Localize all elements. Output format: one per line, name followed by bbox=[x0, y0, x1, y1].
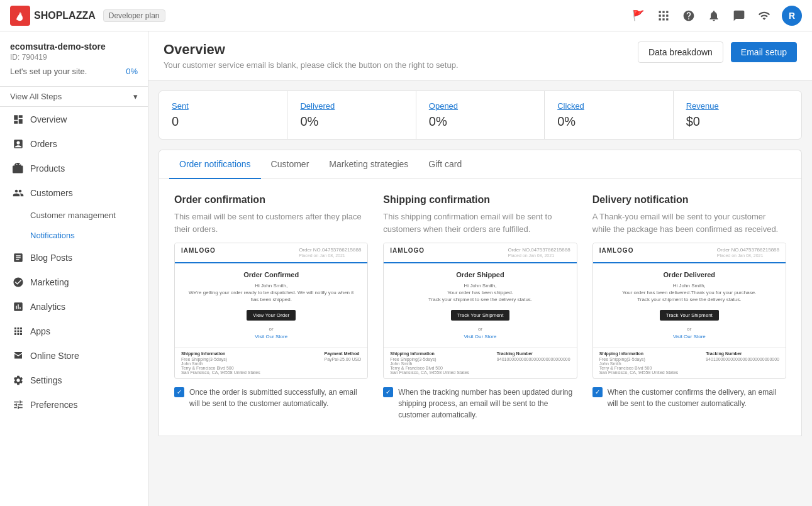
email-preview-order-confirmation[interactable]: IAMLOGO Order NO.04753786215888Placed on… bbox=[174, 243, 368, 379]
sidebar-item-overview[interactable]: Overview bbox=[3, 107, 145, 131]
stat-label-opened[interactable]: Opened bbox=[429, 101, 531, 111]
stat-label-clicked[interactable]: Clicked bbox=[557, 101, 660, 111]
checkbox-order-confirmation[interactable]: ✓ bbox=[174, 387, 184, 397]
sidebar-item-online-store[interactable]: Online Store bbox=[3, 344, 145, 368]
marketing-icon bbox=[13, 277, 24, 288]
grid-icon[interactable] bbox=[656, 8, 671, 23]
checkbox-delivery-notification[interactable]: ✓ bbox=[592, 387, 603, 397]
chat-icon[interactable] bbox=[731, 8, 747, 23]
email-setup-button[interactable]: Email setup bbox=[731, 42, 797, 62]
stat-delivered: Delivered 0% bbox=[287, 91, 416, 139]
sidebar-item-customer-management[interactable]: Customer management bbox=[3, 206, 145, 225]
cards-grid: Order confirmation This email will be se… bbox=[174, 194, 786, 421]
checkbox-text-3: When the customer confirms the delivery,… bbox=[608, 387, 786, 409]
checkbox-row-2: ✓ When the tracking number has been upda… bbox=[383, 387, 577, 421]
checkbox-row-1: ✓ Once the order is submitted successful… bbox=[174, 387, 368, 409]
logo-icon bbox=[10, 6, 30, 26]
tab-order-notifications[interactable]: Order notifications bbox=[169, 150, 261, 179]
page-title: Overview bbox=[164, 41, 459, 58]
preferences-icon bbox=[13, 399, 24, 410]
checkbox-text-1: Once the order is submitted successfully… bbox=[189, 387, 368, 409]
email-preview-delivery-notification[interactable]: IAMLOGO Order NO.04753786215888Placed on… bbox=[592, 243, 786, 379]
avatar[interactable]: R bbox=[782, 6, 802, 26]
sidebar-item-label-preferences: Preferences bbox=[30, 400, 77, 410]
stats-row: Sent 0 Delivered 0% Opened 0% Clicked 0%… bbox=[159, 91, 802, 140]
flag-icon[interactable]: 🚩 bbox=[631, 8, 646, 23]
data-breakdown-button[interactable]: Data breakdown bbox=[638, 41, 723, 63]
tabs: Order notifications Customer Marketing s… bbox=[159, 150, 801, 179]
card-shipping-confirmation: Shipping confirmation This shipping conf… bbox=[383, 194, 577, 421]
stat-label-revenue[interactable]: Revenue bbox=[686, 101, 789, 111]
wifi-icon[interactable] bbox=[757, 8, 772, 23]
sidebar-item-label-online-store: Online Store bbox=[30, 351, 79, 361]
header-right: 🚩 R bbox=[631, 6, 802, 26]
stat-revenue: Revenue $0 bbox=[674, 91, 801, 139]
header-left: SHOPLAZZA Developer plan bbox=[10, 6, 165, 26]
tabs-container: Order notifications Customer Marketing s… bbox=[159, 150, 802, 179]
email-header-bar-3: IAMLOGO Order NO.04753786215888Placed on… bbox=[593, 243, 786, 263]
sidebar-item-notifications[interactable]: Notifications bbox=[3, 226, 145, 245]
stat-value-revenue: $0 bbox=[686, 114, 789, 129]
sidebar-item-label-products: Products bbox=[30, 163, 65, 173]
bell-icon[interactable] bbox=[706, 8, 721, 23]
email-preview-shipping-confirmation[interactable]: IAMLOGO Order NO.04753786215888Placed on… bbox=[383, 243, 577, 379]
sidebar-item-orders[interactable]: Orders bbox=[3, 132, 145, 156]
plan-badge: Developer plan bbox=[103, 9, 165, 22]
setup-row: Let's set up your site. 0% bbox=[10, 67, 138, 76]
sidebar-item-analytics[interactable]: Analytics bbox=[3, 295, 145, 319]
card-title-shipping-confirmation: Shipping confirmation bbox=[383, 194, 577, 206]
email-footer-1: Shipping Information Free Shipping(3-5da… bbox=[175, 347, 367, 378]
sidebar-item-label-analytics: Analytics bbox=[30, 302, 65, 312]
page-header-left: Overview Your customer service email is … bbox=[164, 41, 459, 70]
chevron-down-icon: ▾ bbox=[133, 92, 138, 101]
sidebar-item-marketing[interactable]: Marketing bbox=[3, 270, 145, 294]
setup-percent: 0% bbox=[126, 67, 138, 76]
stat-value-opened: 0% bbox=[429, 114, 531, 129]
logo[interactable]: SHOPLAZZA bbox=[10, 6, 96, 26]
email-header-bar-2: IAMLOGO Order NO.04753786215888Placed on… bbox=[384, 243, 576, 263]
sidebar-item-preferences[interactable]: Preferences bbox=[3, 393, 145, 417]
stat-opened: Opened 0% bbox=[416, 91, 545, 139]
sidebar: ecomsutra-demo-store ID: 790419 Let's se… bbox=[0, 31, 148, 506]
sidebar-item-settings[interactable]: Settings bbox=[3, 368, 145, 392]
card-title-order-confirmation: Order confirmation bbox=[174, 194, 368, 206]
tab-gift-card[interactable]: Gift card bbox=[418, 150, 472, 179]
help-icon[interactable] bbox=[681, 8, 696, 23]
sidebar-item-apps[interactable]: Apps bbox=[3, 319, 145, 343]
view-all-steps[interactable]: View All Steps ▾ bbox=[0, 87, 148, 107]
email-body-2: Order Shipped Hi John Smith,Your order h… bbox=[384, 263, 576, 347]
sidebar-item-label-overview: Overview bbox=[30, 114, 67, 124]
card-delivery-notification: Delivery notification A Thank-you email … bbox=[592, 194, 786, 421]
orders-icon bbox=[13, 138, 24, 150]
store-info: ecomsutra-demo-store ID: 790419 Let's se… bbox=[0, 31, 148, 87]
sidebar-item-label-marketing: Marketing bbox=[30, 277, 69, 287]
stat-label-sent[interactable]: Sent bbox=[172, 101, 274, 111]
checkbox-row-3: ✓ When the customer confirms the deliver… bbox=[592, 387, 786, 409]
tab-marketing-strategies[interactable]: Marketing strategies bbox=[319, 150, 418, 179]
page-header: Overview Your customer service email is … bbox=[148, 31, 812, 80]
brand-name: SHOPLAZZA bbox=[34, 10, 96, 21]
main-content: Overview Your customer service email is … bbox=[148, 31, 812, 506]
checkbox-shipping-confirmation[interactable]: ✓ bbox=[383, 387, 393, 397]
sidebar-item-customers[interactable]: Customers bbox=[3, 181, 145, 205]
sidebar-item-blog-posts[interactable]: Blog Posts bbox=[3, 246, 145, 270]
email-header-bar: IAMLOGO Order NO.04753786215888Placed on… bbox=[175, 243, 367, 263]
sidebar-item-label-orders: Orders bbox=[30, 139, 57, 149]
store-icon bbox=[13, 350, 24, 361]
header-actions: Data breakdown Email setup bbox=[638, 41, 797, 63]
layout: ecomsutra-demo-store ID: 790419 Let's se… bbox=[0, 31, 812, 506]
overview-icon bbox=[13, 114, 24, 125]
sidebar-item-label-settings: Settings bbox=[30, 375, 62, 385]
tab-customer[interactable]: Customer bbox=[261, 150, 320, 179]
card-desc-delivery-notification: A Thank-you email will be sent to your c… bbox=[592, 211, 786, 235]
sidebar-item-products[interactable]: Products bbox=[3, 157, 145, 180]
products-icon bbox=[13, 163, 24, 174]
top-header: SHOPLAZZA Developer plan 🚩 R bbox=[0, 0, 812, 31]
content-area: Order confirmation This email will be se… bbox=[159, 179, 802, 436]
stat-label-delivered[interactable]: Delivered bbox=[300, 101, 403, 111]
page-subtitle: Your customer service email is blank, pl… bbox=[164, 60, 459, 70]
email-body-3: Order Delivered Hi John Smith,Your order… bbox=[593, 263, 786, 347]
card-desc-shipping-confirmation: This shipping confirmation email will be… bbox=[383, 211, 577, 235]
stat-value-clicked: 0% bbox=[557, 114, 660, 129]
sidebar-item-label-blog: Blog Posts bbox=[30, 253, 72, 263]
